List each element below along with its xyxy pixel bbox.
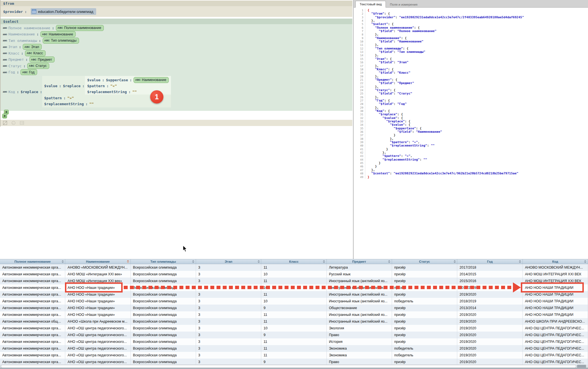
field-pill[interactable]: АВСКласс (25, 50, 46, 56)
sort-icon[interactable] (453, 260, 456, 263)
field-label: Тип олимпиады (8, 39, 37, 43)
line-number: 19 (354, 71, 365, 75)
sort-icon[interactable] (257, 260, 260, 263)
kod-line-pattern-open: $pattern:"«" (87, 83, 117, 89)
table-cell: Всероссийская олимпиада (131, 278, 196, 284)
field-pill[interactable]: АВСПолное наименование (56, 25, 104, 31)
table-row[interactable]: Автономная некоммерческая орга...АНО НОО… (0, 298, 588, 305)
table-cell: 3 (196, 271, 261, 278)
code-line: 37 } (354, 134, 588, 137)
json-editor[interactable]: 1{2 "$from": {3 "$provider": "ee19208292… (354, 8, 588, 259)
pill-type-prefix: АВС (24, 46, 30, 48)
field-pill[interactable]: АВСНаименование (134, 77, 169, 83)
column-header-9[interactable]: Код (523, 259, 588, 264)
select-field-row: авсПолное наименование:АВСПолное наимено… (3, 25, 352, 31)
replacement-value[interactable]: "" (89, 102, 94, 106)
field-pill[interactable]: АВСПредмет (30, 57, 55, 62)
gauge-icon[interactable] (11, 121, 16, 125)
field-pill[interactable]: АВССтатус (27, 63, 49, 69)
table-row[interactable]: Автономная некоммерческая орга...АНО «ОШ… (0, 352, 588, 359)
column-header-5[interactable]: Класс (261, 259, 326, 264)
pattern-open-value[interactable]: "«" (110, 84, 117, 88)
table-cell: 3 (196, 264, 261, 271)
table-row[interactable]: Автономная некоммерческая орга...АНО «ОШ… (0, 325, 588, 332)
no-preview-icon[interactable] (3, 121, 7, 125)
colon: : (52, 26, 54, 30)
table-row[interactable]: Автономная некоммерческая орга...АНО «ОШ… (0, 332, 588, 338)
select-field-list: авсПолное наименование:АВСПолное наимено… (3, 25, 352, 75)
horizontal-scrollbar[interactable] (0, 364, 588, 369)
table-cell: АНО НОО «Наши традиции» (65, 311, 130, 318)
column-header-2[interactable]: Наименование (65, 259, 130, 264)
table-cell: АНО МОШ «Интеграция XXI век» (65, 271, 130, 278)
field-pill[interactable]: АВСНаименование (40, 31, 76, 37)
table-cell: Литература (327, 264, 392, 271)
table-cell: Автономная некоммерческая орга... (0, 325, 65, 332)
table-cell: 3 (196, 318, 261, 325)
table-row[interactable]: Автономная некоммерческая орга...АНО «ОШ… (0, 345, 588, 352)
field-pill[interactable]: АВСГод (21, 69, 37, 75)
sort-icon[interactable] (519, 260, 521, 263)
table-row[interactable]: Автономная некоммерческая орга...АНОВО «… (0, 264, 588, 271)
replacement-value[interactable]: "" (132, 90, 137, 94)
replace-keyword: $replace (21, 90, 38, 94)
code-line: 46 } (354, 165, 588, 168)
column-header-7[interactable]: Статус (392, 259, 457, 264)
column-header-3[interactable]: Тип олимпиады (131, 259, 196, 264)
json-string: "$field" (379, 60, 394, 64)
table-cell: Право (327, 332, 392, 338)
table-row[interactable]: Автономная некоммерческая общ...АНОО «Шк… (0, 318, 588, 325)
select-field-row: авсНаименование:АВСНаименование (3, 31, 352, 38)
line-number: 43 (354, 154, 365, 158)
sort-icon[interactable] (323, 260, 325, 263)
column-header-1[interactable]: Полное наименование (0, 259, 65, 264)
json-string: "Полное наименование" (397, 29, 436, 33)
field-label: Предмет (8, 57, 24, 62)
provider-pill[interactable]: education.Победители олимпиад (31, 8, 96, 15)
sort-icon[interactable] (192, 260, 195, 263)
table-row[interactable]: Автономная некоммерческая орга...АНО НОО… (0, 311, 588, 318)
line-number: 36 (354, 130, 365, 134)
tab-fields-measures[interactable]: Поля и измерения (386, 1, 421, 8)
script-list-icon[interactable] (20, 121, 24, 125)
table-cell: 11 (261, 264, 326, 271)
sort-icon[interactable] (584, 260, 587, 263)
table-row[interactable]: Автономная некоммерческая орга...АНО «ОШ… (0, 338, 588, 345)
sort-icon[interactable] (61, 260, 64, 263)
field-pill[interactable]: АВСТип олимпиады (43, 38, 79, 44)
pattern-keyword: $pattern (44, 96, 62, 100)
table-cell: АНОО «Школа при Андреевском м... (65, 318, 130, 325)
table-cell: Русский язык (327, 271, 392, 278)
json-panel-tabs: Текстовый вид Поля и измерения (354, 0, 588, 8)
field-label: Статус (8, 64, 22, 68)
table-cell: Всероссийская олимпиада (131, 305, 196, 311)
table-row[interactable]: Автономная некоммерческая орга...АНО МОШ… (0, 271, 588, 278)
add-section-button[interactable]: + (2, 114, 7, 118)
table-cell: Всероссийская олимпиада (131, 291, 196, 298)
highlight-box-source-cell (65, 282, 123, 292)
table-cell: АНО «ОШ центра педагогического... (65, 332, 130, 338)
field-type-prefix: авс (3, 52, 7, 55)
column-header-6[interactable]: Предмет (327, 259, 392, 264)
field-pill[interactable]: АВСЭтап (23, 44, 42, 50)
json-string: "$select" (371, 22, 388, 26)
field-label: Этап (8, 45, 17, 49)
pattern-close-value[interactable]: "»" (67, 96, 74, 100)
column-header-4[interactable]: Этап (196, 259, 261, 264)
json-string: "$from" (371, 12, 384, 15)
table-row[interactable]: Автономная некоммерческая орга...АНО НОО… (0, 305, 588, 311)
query-toolbar (1, 120, 352, 126)
colon: : (129, 90, 131, 94)
line-number: 4 (354, 19, 365, 22)
column-header-8[interactable]: Год (457, 259, 522, 264)
code-line: 22 "$field": "Предмет" (354, 82, 588, 85)
tab-text-view[interactable]: Текстовый вид (355, 1, 386, 8)
sort-icon[interactable] (127, 260, 129, 263)
table-cell: Всероссийская олимпиада (131, 332, 196, 338)
line-number: 39 (354, 141, 365, 144)
select-field-row: авсТип олимпиады:АВСТип олимпиады (3, 37, 352, 44)
table-cell: АНО ОШ ЦЕНТРА ПЕДАГОГИЧЕС... (523, 332, 588, 338)
table-cell: История (327, 338, 392, 345)
sort-icon[interactable] (388, 260, 391, 263)
table-cell: 10 (261, 271, 326, 278)
